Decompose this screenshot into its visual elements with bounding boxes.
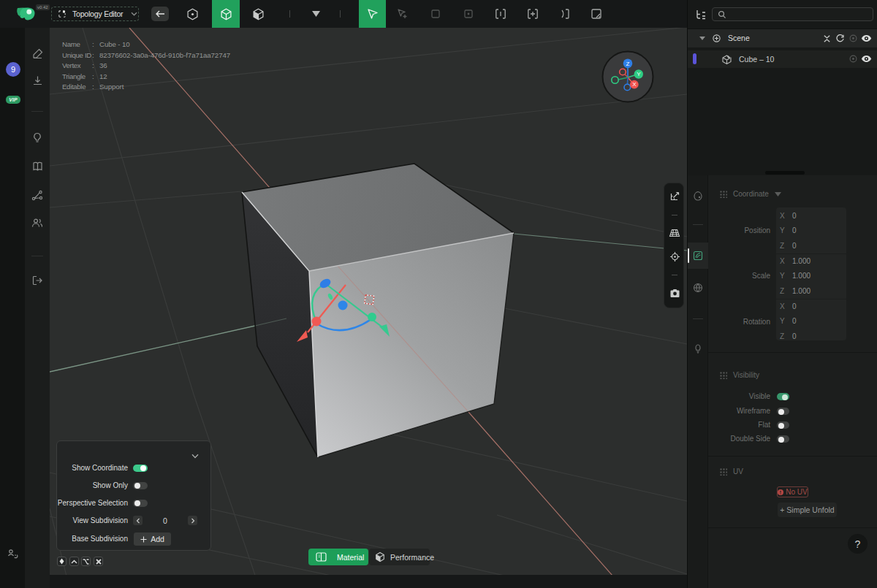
svg-text:X: X xyxy=(632,81,637,88)
svg-text:Y: Y xyxy=(637,71,641,77)
svg-text:Z: Z xyxy=(626,61,630,67)
